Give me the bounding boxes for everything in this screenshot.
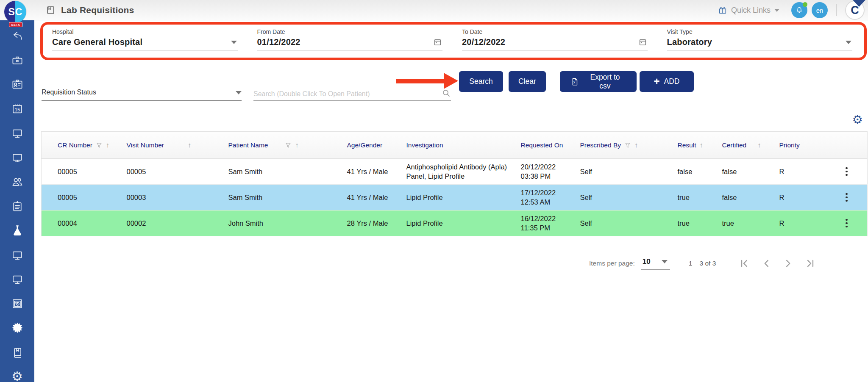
cell-prescribed-by: Self	[577, 185, 674, 210]
visit-type-label: Visit Type	[667, 28, 853, 35]
row-actions-kebab-icon[interactable]	[842, 167, 851, 176]
topbar-divider	[836, 4, 837, 16]
notifications-button[interactable]	[791, 2, 807, 18]
requisitions-table: CR Number ↑ Visit Number ↑ Patient Name …	[41, 131, 868, 236]
plus-icon: +	[654, 76, 660, 86]
safe-icon[interactable]	[11, 297, 24, 310]
from-date-value: 01/12/2022	[257, 37, 300, 47]
cell-cr-number: 00005	[42, 159, 123, 185]
sort-arrow-icon[interactable]: ↑	[295, 141, 298, 149]
notification-status-dot	[803, 2, 807, 7]
calendar-icon[interactable]	[434, 38, 442, 46]
cell-investigation: Lipid Profile	[403, 185, 517, 210]
quick-links-menu[interactable]: Quick Links	[718, 6, 779, 15]
chevron-down-icon	[662, 260, 668, 263]
page-title: Lab Requisitions	[61, 5, 134, 15]
next-page-icon[interactable]	[782, 257, 795, 270]
col-header-visit-number[interactable]: Visit Number ↑	[123, 132, 225, 159]
cell-certified: false	[719, 185, 776, 210]
filter-funnel-icon[interactable]	[624, 142, 631, 149]
col-header-age-gender[interactable]: Age/Gender	[344, 132, 403, 159]
first-page-icon[interactable]	[738, 257, 751, 270]
burst-icon[interactable]	[11, 321, 24, 335]
requisition-status-select[interactable]: Requisition Status	[42, 86, 242, 101]
users-icon[interactable]	[11, 175, 24, 188]
monitor-icon[interactable]	[11, 272, 24, 286]
add-button-label: ADD	[664, 77, 680, 86]
col-header-requested-on[interactable]: Requested On	[517, 132, 577, 159]
sort-arrow-icon[interactable]: ↑	[106, 141, 109, 149]
sort-arrow-icon[interactable]: ↑	[634, 141, 638, 149]
visit-type-select[interactable]: Visit Type Laboratory	[667, 27, 855, 58]
col-header-cr-number[interactable]: CR Number ↑	[42, 132, 123, 159]
to-date-label: To Date	[462, 28, 648, 35]
patient-search-field	[253, 86, 451, 101]
row-actions-kebab-icon[interactable]	[842, 193, 851, 202]
flask-icon[interactable]	[11, 224, 24, 237]
monitor-icon[interactable]	[11, 126, 24, 140]
hospital-label: Hospital	[52, 28, 238, 35]
cell-visit-number: 00002	[123, 210, 225, 236]
chevron-down-icon	[846, 41, 851, 44]
top-bar: Lab Requisitions Quick Links en C	[0, 0, 868, 20]
monitor-icon[interactable]	[11, 151, 24, 164]
filter-funnel-icon[interactable]	[285, 142, 292, 149]
col-header-result[interactable]: Result ↑	[674, 132, 719, 159]
clipboard-icon[interactable]	[11, 199, 24, 213]
export-button-label: Export to csv	[584, 73, 626, 91]
col-header-actions	[827, 132, 868, 159]
table-row[interactable]: 00005 00005 Sam Smith 41 Yrs / Male Anti…	[42, 159, 868, 185]
chevron-down-icon	[236, 91, 242, 94]
calendar-15-icon[interactable]: 15	[11, 102, 24, 116]
col-header-priority[interactable]: Priority	[776, 132, 827, 159]
filter-funnel-icon[interactable]	[96, 142, 103, 149]
cell-age-gender: 41 Yrs / Male	[344, 159, 403, 185]
cell-age-gender: 28 Yrs / Male	[344, 210, 403, 236]
row-actions-kebab-icon[interactable]	[842, 219, 851, 228]
col-header-certified[interactable]: Certified ↑	[719, 132, 776, 159]
add-button[interactable]: + ADD	[640, 71, 694, 92]
col-header-prescribed-by[interactable]: Prescribed By ↑	[577, 132, 674, 159]
search-input[interactable]	[253, 90, 438, 98]
sort-arrow-icon[interactable]: ↑	[699, 141, 703, 149]
cell-cr-number: 00004	[42, 210, 123, 236]
items-per-page-select[interactable]: 10	[641, 257, 670, 270]
back-icon[interactable]	[11, 29, 24, 42]
id-badge-icon[interactable]	[11, 78, 24, 91]
briefcase-icon[interactable]	[11, 53, 24, 67]
calendar-icon[interactable]	[639, 38, 647, 46]
to-date-field[interactable]: To Date 20/12/2022	[462, 27, 667, 58]
cell-requested-on: 16/12/2022 11:35 PM	[517, 210, 577, 236]
cell-age-gender: 41 Yrs / Male	[344, 185, 403, 210]
table-settings-gear-icon[interactable]: ⚙	[851, 113, 864, 126]
items-per-page-label: Items per page:	[589, 260, 635, 267]
profile-menu-caret[interactable]	[853, 0, 865, 7]
table-row[interactable]: 00005 00003 Sam Smith 41 Yrs / Male Lipi…	[42, 185, 868, 210]
search-icon[interactable]	[442, 89, 451, 98]
cell-priority: R	[776, 185, 827, 210]
sort-arrow-icon[interactable]: ↑	[757, 141, 761, 149]
sort-arrow-icon[interactable]: ↑	[188, 141, 191, 149]
previous-page-icon[interactable]	[760, 257, 773, 270]
book-icon[interactable]	[11, 346, 24, 359]
settings-gear-icon[interactable]: ⚙	[11, 370, 24, 382]
language-button[interactable]: en	[812, 2, 828, 18]
cell-priority: R	[776, 159, 827, 185]
table-row[interactable]: 00004 00002 John Smith 28 Yrs / Male Lip…	[42, 210, 868, 236]
logo-letter-c: C	[15, 7, 22, 17]
col-header-patient-name[interactable]: Patient Name ↑	[225, 132, 344, 159]
cell-patient-name: John Smith	[225, 210, 344, 236]
clear-button[interactable]: Clear	[509, 71, 546, 92]
from-date-label: From Date	[257, 28, 443, 35]
file-csv-icon: x	[570, 77, 579, 86]
monitor-icon[interactable]	[11, 248, 24, 262]
hospital-select[interactable]: Hospital Care General Hospital	[52, 27, 257, 58]
search-button[interactable]: Search	[459, 71, 503, 92]
last-page-icon[interactable]	[804, 257, 817, 270]
items-per-page-value: 10	[643, 257, 651, 266]
export-csv-button[interactable]: x Export to csv	[560, 71, 637, 92]
col-header-investigation[interactable]: Investigation	[403, 132, 517, 159]
from-date-field[interactable]: From Date 01/12/2022	[257, 27, 462, 58]
requisition-status-label: Requisition Status	[42, 89, 96, 96]
app-logo[interactable]: S C BETA	[4, 1, 27, 25]
